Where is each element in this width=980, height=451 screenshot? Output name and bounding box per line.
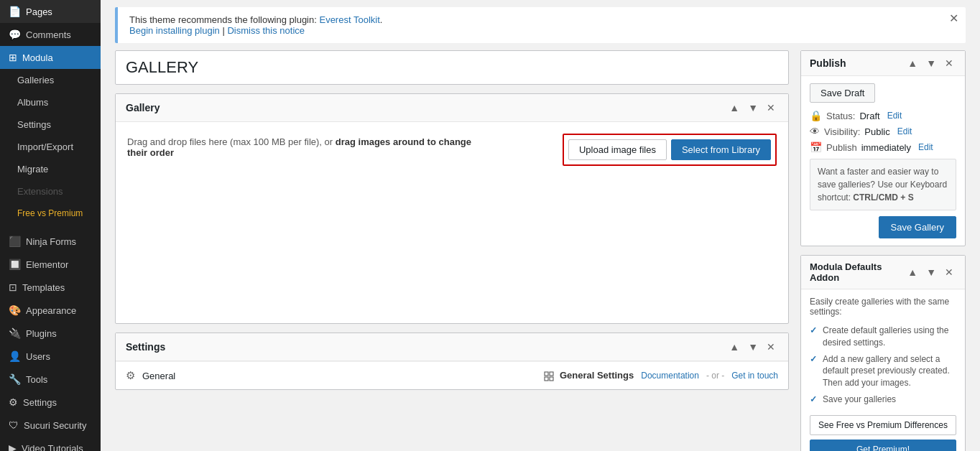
- shortcut-keys: CTRL/CMD + S: [853, 192, 913, 203]
- publish-title: Publish: [810, 57, 846, 69]
- settings-panel: Settings ▲ ▼ ✕ ⚙ General Ge: [115, 333, 789, 390]
- sidebar-item-freepremium[interactable]: Free vs Premium: [0, 203, 101, 224]
- sidebar-item-ninjaforms[interactable]: ⬛ Ninja Forms: [0, 230, 101, 253]
- sidebar-item-importexport[interactable]: Import/Export: [0, 136, 101, 158]
- sidebar-label-extensions: Extensions: [17, 186, 63, 197]
- right-column: Publish ▲ ▼ ✕ Save Draft 🔒 Status: Draft…: [800, 50, 966, 451]
- defaults-up-btn[interactable]: ▲: [905, 266, 920, 279]
- publish-label: Publish: [826, 142, 857, 153]
- gallery-panel-down-btn[interactable]: ▼: [745, 101, 761, 114]
- svg-rect-2: [545, 377, 548, 381]
- status-edit-link[interactable]: Edit: [887, 111, 902, 121]
- publish-down-btn[interactable]: ▼: [923, 57, 939, 70]
- settings-general-icon: ⚙: [126, 369, 135, 382]
- sidebar-item-plugins[interactable]: 🔌 Plugins: [0, 322, 101, 345]
- defaults-intro: Easily create galleries with the same se…: [810, 297, 956, 317]
- sidebar-label-sucuri: Sucuri Security: [24, 420, 86, 431]
- gallery-panel-up-btn[interactable]: ▲: [726, 101, 742, 114]
- save-draft-button[interactable]: Save Draft: [810, 83, 875, 103]
- notice-close-icon[interactable]: ✕: [949, 13, 958, 24]
- settings-contact-link[interactable]: Get in touch: [731, 371, 778, 381]
- sidebar-item-migrate[interactable]: Migrate: [0, 158, 101, 180]
- notice-dismiss-link[interactable]: Dismiss this notice: [227, 25, 305, 36]
- settings-panel-title: Settings: [126, 341, 165, 353]
- sidebar-item-settings[interactable]: ⚙ Settings: [0, 391, 101, 414]
- settings-panel-up-btn[interactable]: ▲: [726, 340, 742, 353]
- defaults-down-btn[interactable]: ▼: [923, 266, 939, 279]
- sidebar-label-pages: Pages: [26, 6, 52, 17]
- gallery-title-input[interactable]: [115, 50, 789, 85]
- gallery-panel-close-btn[interactable]: ✕: [764, 101, 778, 114]
- sidebar-item-appearance[interactable]: 🎨 Appearance: [0, 299, 101, 322]
- sidebar-item-settings-m[interactable]: Settings: [0, 113, 101, 136]
- settings-panel-down-btn[interactable]: ▼: [745, 340, 761, 353]
- main-content: This theme recommends the following plug…: [101, 0, 980, 451]
- status-value: Draft: [859, 111, 879, 121]
- notice-install-link[interactable]: Begin installing plugin: [129, 25, 220, 36]
- publish-footer: Save Gallery: [810, 216, 956, 238]
- dropzone-actions: Upload image files Select from Library: [563, 134, 777, 166]
- visibility-label: Visibility:: [824, 126, 860, 137]
- sidebar-label-templates: Templates: [22, 282, 65, 293]
- settings-general-label: General: [142, 371, 175, 381]
- sidebar-item-galleries[interactable]: Galleries: [0, 69, 101, 91]
- pages-icon: 📄: [9, 6, 21, 17]
- sidebar-label-elementor: Elementor: [26, 259, 68, 270]
- sidebar-label-modula: Modula: [22, 52, 53, 63]
- sidebar-label-settings: Settings: [23, 397, 57, 408]
- publish-box: Publish ▲ ▼ ✕ Save Draft 🔒 Status: Draft…: [800, 50, 966, 246]
- settings-panel-header: Settings ▲ ▼ ✕: [116, 333, 788, 361]
- sidebar-label-importexport: Import/Export: [17, 141, 73, 152]
- left-column: Gallery ▲ ▼ ✕ Drag and drop files here (…: [115, 50, 789, 451]
- sidebar-item-pages[interactable]: 📄 Pages: [0, 0, 101, 23]
- save-gallery-button[interactable]: Save Gallery: [879, 216, 956, 238]
- gallery-panel-header: Gallery ▲ ▼ ✕: [116, 94, 788, 122]
- sidebar-item-videotut[interactable]: ▶ Video Tutorials: [0, 437, 101, 451]
- sidebar-label-settings-m: Settings: [17, 119, 51, 130]
- sucuri-icon: 🛡: [9, 419, 19, 431]
- sidebar-item-comments[interactable]: 💬 Comments: [0, 23, 101, 46]
- gallery-panel-controls: ▲ ▼ ✕: [726, 101, 778, 114]
- sidebar-item-users[interactable]: 👤 Users: [0, 345, 101, 368]
- settings-general-row: ⚙ General General Settings Documentation…: [116, 361, 788, 389]
- upload-image-button[interactable]: Upload image files: [568, 139, 667, 160]
- publish-close-btn[interactable]: ✕: [942, 57, 956, 70]
- settings-panel-close-btn[interactable]: ✕: [764, 340, 778, 353]
- defaults-controls: ▲ ▼ ✕: [905, 266, 956, 279]
- sidebar-label-appearance: Appearance: [26, 305, 76, 316]
- settings-doc-link[interactable]: Documentation: [641, 371, 699, 381]
- settings-general-right: General Settings Documentation - or - Ge…: [544, 370, 778, 381]
- visibility-edit-link[interactable]: Edit: [897, 126, 912, 136]
- publish-up-btn[interactable]: ▲: [905, 57, 920, 70]
- sidebar-item-elementor[interactable]: 🔲 Elementor: [0, 253, 101, 276]
- visibility-row: 👁 Visibility: Public Edit: [810, 126, 956, 137]
- gallery-dropzone: Drag and drop files here (max 100 MB per…: [116, 122, 788, 323]
- notice-text: This theme recommends the following plug…: [129, 14, 319, 25]
- publish-header: Publish ▲ ▼ ✕: [801, 51, 965, 76]
- get-premium-button[interactable]: Get Premium!: [810, 440, 956, 451]
- videotut-icon: ▶: [9, 442, 17, 451]
- gallery-panel-title: Gallery: [126, 102, 160, 113]
- defaults-box: Modula Defaults Addon ▲ ▼ ✕ Easily creat…: [800, 255, 966, 451]
- defaults-item-1: Create default galleries using the desir…: [810, 322, 956, 351]
- sidebar-item-extensions: Extensions: [0, 180, 101, 203]
- elementor-icon: 🔲: [9, 259, 21, 270]
- sidebar-item-sucuri[interactable]: 🛡 Sucuri Security: [0, 414, 101, 437]
- notice-plugin-link[interactable]: Everest Toolkit: [319, 14, 379, 25]
- see-diff-button[interactable]: See Free vs Premium Differences: [810, 415, 956, 435]
- defaults-close-btn[interactable]: ✕: [942, 266, 956, 279]
- defaults-body: Easily create galleries with the same se…: [801, 289, 965, 451]
- sidebar-item-albums[interactable]: Albums: [0, 91, 101, 113]
- defaults-item-3: Save your galleries: [810, 391, 956, 408]
- publish-edit-link[interactable]: Edit: [918, 142, 933, 152]
- sidebar-item-templates[interactable]: ⊡ Templates: [0, 276, 101, 299]
- visibility-value: Public: [864, 126, 889, 137]
- publish-date-icon: 📅: [810, 141, 822, 153]
- sidebar-label-ninjaforms: Ninja Forms: [26, 236, 76, 247]
- sidebar-item-modula[interactable]: ⊞ Modula: [0, 46, 101, 69]
- users-icon: 👤: [9, 350, 21, 362]
- select-from-library-button[interactable]: Select from Library: [671, 139, 771, 160]
- sidebar-label-tools: Tools: [26, 374, 47, 385]
- defaults-header: Modula Defaults Addon ▲ ▼ ✕: [801, 256, 965, 289]
- sidebar-item-tools[interactable]: 🔧 Tools: [0, 368, 101, 391]
